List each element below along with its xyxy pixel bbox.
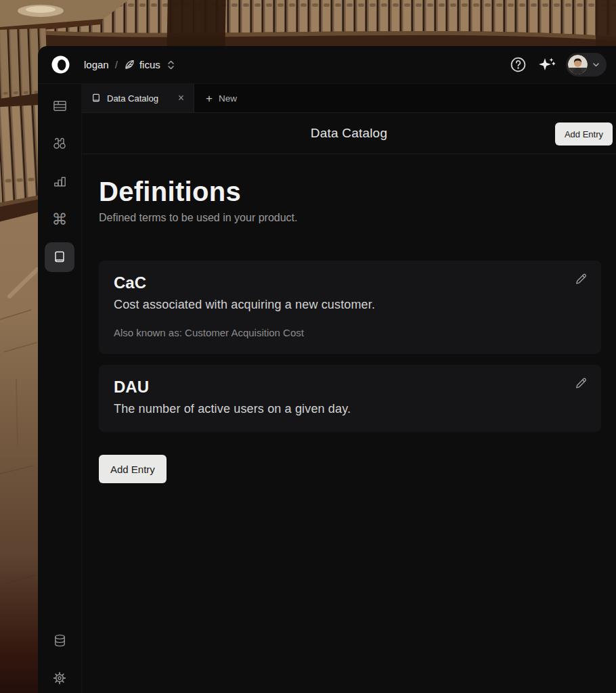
definitions-heading: Definitions (99, 177, 601, 207)
edit-entry-button[interactable] (573, 271, 590, 288)
help-circle-icon (510, 56, 527, 73)
pencil-icon (574, 376, 588, 390)
tab-data-catalog[interactable]: Data Catalog × (82, 84, 194, 112)
sidebar: ⌘ (38, 84, 81, 693)
binoculars-icon (51, 135, 68, 152)
database-icon (52, 633, 68, 648)
sidebar-item-explore[interactable] (45, 129, 74, 158)
sidebar-item-settings[interactable] (45, 663, 74, 693)
sidebar-item-charts[interactable] (45, 166, 74, 196)
avatar (568, 55, 588, 74)
breadcrumb-project-label: ficus (139, 59, 160, 70)
header-actions (510, 53, 607, 76)
feather-icon (124, 59, 135, 70)
app-logo-icon (51, 55, 70, 74)
ai-assistant-button[interactable] (537, 55, 556, 74)
edit-entry-button[interactable] (573, 375, 590, 392)
account-menu-button[interactable] (566, 53, 607, 76)
command-icon: ⌘ (52, 212, 68, 227)
term-also-known-as: Also known as: Customer Acquisition Cost (114, 327, 586, 338)
breadcrumb-workspace[interactable]: logan (84, 59, 109, 70)
book-icon (52, 250, 67, 265)
sidebar-item-commands[interactable]: ⌘ (45, 204, 74, 234)
definition-card-dau: DAU The number of active users on a give… (99, 365, 601, 432)
new-tab-label: New (219, 93, 237, 104)
breadcrumb-project[interactable]: ficus (124, 59, 160, 70)
table-icon (52, 98, 68, 114)
close-icon: × (178, 92, 184, 104)
breadcrumb-separator: / (115, 59, 118, 70)
main-area: Data Catalog × + New Data Catalog Add En… (81, 84, 616, 693)
plus-icon: + (206, 93, 213, 104)
sidebar-item-databases[interactable] (45, 625, 74, 655)
term-title: DAU (114, 378, 586, 397)
tab-bar: Data Catalog × + New (82, 84, 616, 113)
bar-chart-icon (52, 174, 68, 189)
app-header: logan / ficus (38, 46, 616, 84)
new-tab-button[interactable]: + New (194, 84, 248, 112)
tab-close-button[interactable]: × (175, 91, 187, 105)
content: Definitions Defined terms to be used in … (82, 154, 616, 693)
add-entry-button-top[interactable]: Add Entry (555, 122, 613, 146)
help-button[interactable] (510, 56, 527, 73)
definition-card-cac: CaC Cost associated with acquiring a new… (99, 261, 601, 354)
sidebar-bottom (45, 625, 74, 693)
add-entry-button-bottom[interactable]: Add Entry (99, 455, 167, 483)
definitions-subheading: Defined terms to be used in your product… (99, 212, 601, 224)
app-window: logan / ficus (38, 46, 616, 693)
sidebar-item-data-catalog[interactable] (45, 242, 74, 272)
page-title: Data Catalog (311, 126, 387, 141)
sparkle-icon (537, 55, 556, 74)
term-title: CaC (114, 273, 586, 292)
term-definition: The number of active users on a given da… (114, 402, 586, 416)
title-bar: Data Catalog Add Entry (82, 113, 616, 154)
gear-icon (51, 670, 68, 686)
project-switcher-icon[interactable] (167, 60, 175, 70)
sidebar-item-tables[interactable] (45, 91, 74, 120)
screen: logan / ficus (0, 0, 616, 693)
tab-label: Data Catalog (107, 93, 158, 104)
definition-list: CaC Cost associated with acquiring a new… (99, 261, 601, 432)
book-icon (91, 93, 102, 104)
window-body: ⌘ (38, 84, 616, 693)
breadcrumb: logan / ficus (84, 59, 175, 70)
pencil-icon (574, 272, 588, 286)
term-definition: Cost associated with acquiring a new cus… (114, 298, 586, 312)
chevron-down-icon (592, 60, 600, 69)
